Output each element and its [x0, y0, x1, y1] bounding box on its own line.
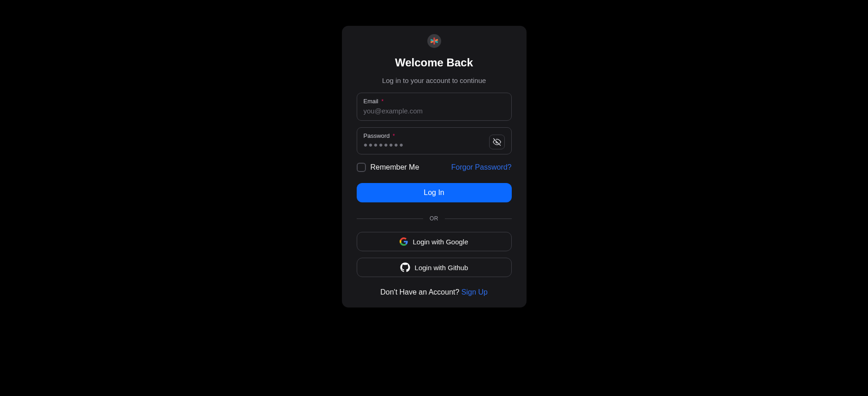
remember-me-label: Remember Me [371, 163, 419, 171]
remember-me-wrapper[interactable]: Remember Me [357, 163, 419, 172]
signup-footer: Don't Have an Account? Sign Up [357, 288, 512, 296]
forgot-password-link[interactable]: Forgor Password? [451, 163, 512, 171]
login-with-github-button[interactable]: Login with Github [357, 258, 512, 277]
login-button[interactable]: Log In [357, 183, 512, 202]
github-icon [400, 262, 410, 272]
page-subtitle: Log in to your account to continue [357, 77, 512, 84]
divider-line-left [357, 219, 424, 219]
svg-rect-2 [433, 38, 435, 45]
required-indicator: * [393, 133, 395, 139]
divider-row: OR [357, 215, 512, 222]
login-card: Welcome Back Log in to your account to c… [342, 26, 527, 307]
divider-label: OR [430, 215, 438, 222]
password-input[interactable] [364, 140, 485, 149]
login-with-google-button[interactable]: Login with Google [357, 232, 512, 251]
signup-prompt: Don't Have an Account? [380, 288, 461, 296]
email-field-wrapper[interactable]: Email * [357, 93, 512, 121]
signup-link[interactable]: Sign Up [461, 288, 488, 296]
remember-forgot-row: Remember Me Forgor Password? [357, 163, 512, 172]
password-field-wrapper[interactable]: Password * [357, 127, 512, 154]
divider-line-right [445, 219, 512, 219]
logo-container [357, 34, 512, 48]
password-label: Password [364, 132, 390, 139]
toggle-password-visibility-button[interactable] [489, 135, 505, 149]
google-button-label: Login with Google [413, 238, 468, 246]
page-title: Welcome Back [357, 56, 512, 69]
email-input[interactable] [364, 106, 505, 116]
remember-me-checkbox[interactable] [357, 163, 366, 172]
required-indicator: * [381, 98, 383, 105]
google-icon [400, 237, 408, 246]
eye-off-icon [493, 138, 501, 146]
logo-icon [430, 36, 439, 46]
github-button-label: Login with Github [415, 264, 468, 272]
email-label: Email [364, 98, 379, 105]
brand-logo [427, 34, 441, 48]
